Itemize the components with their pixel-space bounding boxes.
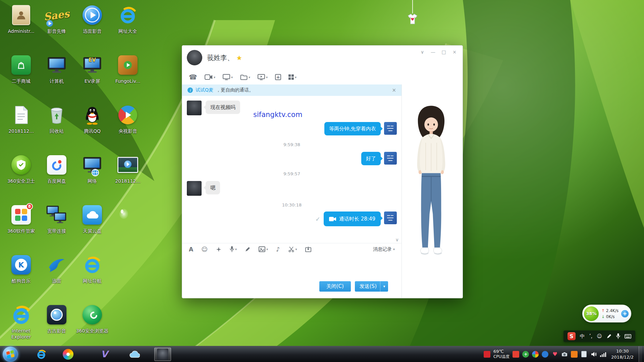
- tray-icon-browser[interactable]: [532, 351, 539, 358]
- tray-icon-heart[interactable]: ♥: [551, 351, 558, 358]
- ime-handwrite-icon[interactable]: [606, 334, 612, 339]
- tray-icon-camera[interactable]: [561, 351, 568, 358]
- taskbar-sogou-browser[interactable]: [60, 348, 76, 361]
- minimize-button[interactable]: —: [428, 48, 438, 56]
- desktop-icon-cbox[interactable]: 央视影音: [110, 103, 146, 134]
- desktop-icon-ev-recorder[interactable]: EV EV录屏: [74, 53, 110, 84]
- desktop-icon-network[interactable]: 网络: [74, 153, 110, 184]
- ime-emoji-icon[interactable]: ☺: [597, 333, 602, 339]
- desktop-icon-cloud189[interactable]: 天翼云盘: [74, 202, 110, 234]
- desktop-icon-kugou[interactable]: K 酷狗音乐: [3, 252, 39, 284]
- remote-demo-icon[interactable]: ▾: [258, 74, 268, 80]
- scroll-down-icon[interactable]: ∨: [395, 237, 399, 242]
- self-avatar[interactable]: [384, 212, 397, 224]
- desktop-icon-internet-explorer[interactable]: Internet Explorer: [3, 302, 39, 340]
- window-menu-button[interactable]: ∨: [417, 48, 428, 56]
- desktop-icon-administrator[interactable]: Administr...: [3, 3, 39, 34]
- message-input[interactable]: [182, 255, 401, 278]
- create-group-icon[interactable]: +: [275, 74, 281, 80]
- voice-call-icon[interactable]: ☎: [189, 73, 197, 81]
- send-image-icon[interactable]: ▾: [259, 246, 268, 252]
- desktop-icon-baidu-netdisk[interactable]: 百度网盘: [39, 153, 74, 184]
- ime-punctuation-toggle[interactable]: ’,: [589, 333, 593, 339]
- window-titlebar[interactable]: 莪姓李、 ★ ∨ — □ ×: [182, 46, 463, 70]
- close-chat-button[interactable]: 关闭(C): [319, 281, 351, 292]
- screenshot-icon[interactable]: ▾: [288, 246, 297, 252]
- taskbar-internet-explorer[interactable]: [33, 348, 50, 361]
- send-options-arrow[interactable]: ▾: [380, 281, 388, 292]
- send-button[interactable]: 发送(S) ▾: [355, 281, 388, 292]
- desktop-icon-xunlei-video[interactable]: 迅雷影音: [74, 3, 110, 34]
- font-style-icon[interactable]: A: [189, 246, 193, 253]
- desktop-icon-recycle-bin[interactable]: 回收站: [39, 103, 74, 134]
- sogou-browser-icon: [63, 349, 73, 360]
- message-box-icon[interactable]: [305, 246, 311, 252]
- desktop-icon-360-manager[interactable]: 8 360软件管家: [3, 202, 39, 234]
- screen-share-icon[interactable]: ▾: [223, 74, 233, 80]
- ime-voice-icon[interactable]: [616, 333, 620, 339]
- maximize-button[interactable]: □: [438, 48, 449, 56]
- desktop-icon-computer[interactable]: 计算机: [39, 53, 74, 84]
- start-button[interactable]: [3, 347, 18, 362]
- ime-keyboard-icon[interactable]: [625, 334, 631, 339]
- desktop-icon-url-collection[interactable]: 网址大全: [110, 3, 146, 34]
- desktop-icon-360-safe[interactable]: 360安全卫士: [3, 153, 39, 184]
- desktop-icon-xfplay[interactable]: Saes 影音先锋: [39, 3, 74, 34]
- desktop-icon-broadband[interactable]: 宽带连接: [39, 202, 74, 234]
- notice-close-icon[interactable]: ×: [392, 87, 396, 93]
- xfplay-icon: Saes: [44, 3, 69, 27]
- desktop-icon-360-browser[interactable]: 360安全浏览器: [74, 302, 110, 334]
- tray-icon-download[interactable]: [571, 351, 578, 358]
- taskbar-clock[interactable]: 10:30 2018/12/2: [609, 348, 636, 360]
- taskbar-qq-chat[interactable]: [154, 348, 171, 361]
- desktop-icon-thunder[interactable]: 迅雷: [39, 252, 74, 284]
- send-file-icon[interactable]: ▾: [240, 74, 250, 80]
- vagaa-icon: V: [101, 349, 108, 359]
- magic-emoji-icon[interactable]: [216, 246, 222, 252]
- sogou-logo-icon[interactable]: S: [568, 332, 576, 340]
- peer-avatar[interactable]: [187, 50, 202, 65]
- taskbar-cloud-drive[interactable]: [126, 348, 143, 361]
- video-call-icon[interactable]: ▾: [205, 74, 215, 80]
- tray-icon-antivirus[interactable]: +: [522, 351, 529, 358]
- desktop-icon-video-file[interactable]: 2018112...: [110, 153, 146, 184]
- emoji-icon[interactable]: ☺: [201, 246, 208, 253]
- self-avatar[interactable]: [384, 152, 397, 165]
- ie-icon: [118, 3, 138, 27]
- qmic-link[interactable]: 试试Q麦: [196, 87, 213, 93]
- tray-icon-hot[interactable]: [484, 351, 490, 358]
- tray-icon-netdisk[interactable]: [542, 351, 548, 358]
- desktop-icon-url-nav[interactable]: 网址导航: [74, 252, 110, 284]
- qq-show-panel[interactable]: [401, 84, 463, 298]
- message-history-button[interactable]: 消息记录 ▾: [373, 246, 395, 252]
- tshirt-charm[interactable]: ♥: [405, 0, 421, 28]
- voice-message-icon[interactable]: ▾: [230, 246, 237, 252]
- net-speed-widget[interactable]: 38% ↑ 2.4K/s ↓ 0K/s +: [582, 305, 631, 322]
- sogou-ime-bar: S 中 ’, ☺: [564, 330, 635, 342]
- self-avatar[interactable]: [384, 122, 397, 135]
- more-apps-icon[interactable]: ▾: [288, 74, 297, 80]
- accelerate-button[interactable]: +: [621, 310, 629, 317]
- taskbar-vagaa[interactable]: V: [96, 348, 113, 361]
- desktop-icon-fungolive[interactable]: FungoLiv...: [110, 53, 146, 84]
- desktop-icon-qq[interactable]: 腾讯QQ: [74, 103, 110, 134]
- peer-avatar[interactable]: [187, 101, 202, 115]
- volume-icon[interactable]: [590, 351, 597, 358]
- music-icon[interactable]: ♪: [276, 246, 280, 253]
- network-signal-icon[interactable]: [600, 352, 606, 357]
- close-button[interactable]: ×: [449, 48, 460, 56]
- tray-icon-clipboard[interactable]: [581, 351, 587, 358]
- tray-icon-security[interactable]: [513, 351, 519, 358]
- timestamp: 9:59:38: [187, 142, 397, 147]
- timestamp: 9:59:57: [187, 171, 397, 176]
- desktop-icon-text-document[interactable]: 2018112...: [3, 103, 39, 134]
- handwriting-icon[interactable]: [245, 246, 251, 252]
- tshirt-icon: ♥: [406, 13, 419, 25]
- desktop-icon-jiji-player[interactable]: 吉吉影音: [39, 302, 74, 334]
- desktop-icon-secondhand-mall[interactable]: 二手商城: [3, 53, 39, 84]
- ime-language-toggle[interactable]: 中: [580, 333, 585, 340]
- show-desktop-button[interactable]: [639, 346, 642, 362]
- memory-ball[interactable]: 38%: [584, 306, 599, 321]
- ev-recorder-icon: EV: [83, 53, 102, 77]
- peer-avatar[interactable]: [187, 181, 202, 196]
